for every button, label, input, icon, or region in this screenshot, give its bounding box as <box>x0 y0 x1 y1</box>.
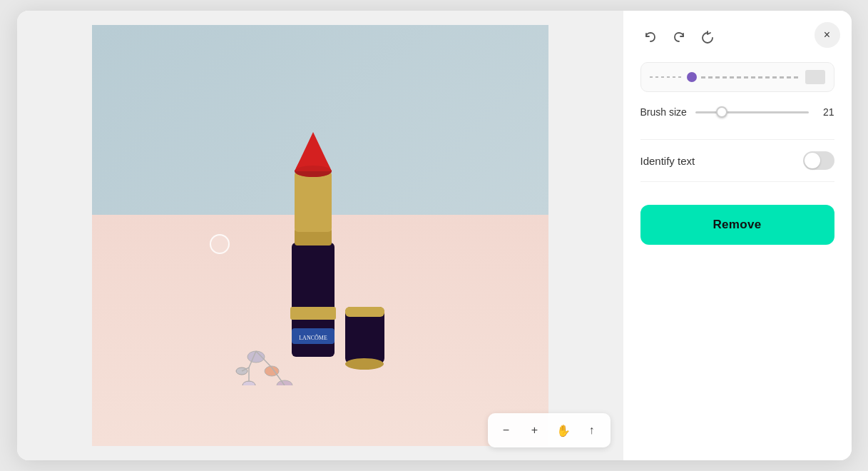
history-row <box>640 28 834 48</box>
undo-button[interactable] <box>640 28 660 48</box>
brush-line-start <box>650 76 683 78</box>
svg-text:LANCÔME: LANCÔME <box>299 334 327 341</box>
controls-panel: × <box>623 11 852 460</box>
identify-text-row: Identify text <box>640 139 834 182</box>
modal-container: LANCÔME <box>17 11 852 460</box>
upload-button[interactable]: ↑ <box>579 417 605 443</box>
image-wrapper: LANCÔME <box>92 25 548 446</box>
brush-active-indicator <box>687 72 697 82</box>
remove-button[interactable]: Remove <box>640 205 834 245</box>
identify-text-label: Identify text <box>640 155 695 167</box>
image-panel: LANCÔME <box>17 11 623 460</box>
brush-cursor <box>210 234 230 254</box>
svg-point-10 <box>345 358 384 370</box>
lipstick-illustration: LANCÔME <box>220 86 420 385</box>
brush-visual-selector <box>640 62 834 92</box>
zoom-in-button[interactable]: + <box>522 417 548 443</box>
close-button[interactable]: × <box>815 22 840 48</box>
brush-line-end <box>701 76 801 78</box>
brush-size-value: 21 <box>817 106 834 118</box>
identify-text-toggle[interactable] <box>803 151 834 170</box>
product-image: LANCÔME <box>92 25 548 446</box>
brush-size-row: Brush size 21 <box>640 105 834 119</box>
brush-size-slider-container <box>695 105 809 119</box>
zoom-out-button[interactable]: − <box>494 417 519 443</box>
brush-size-label: Brush size <box>640 106 687 118</box>
brush-size-slider[interactable] <box>695 111 809 113</box>
svg-point-7 <box>295 166 332 177</box>
erase-icon <box>805 70 825 84</box>
svg-rect-1 <box>290 307 336 320</box>
hand-tool-button[interactable]: ✋ <box>551 417 576 443</box>
svg-rect-9 <box>345 307 384 317</box>
redo-button[interactable] <box>669 28 689 48</box>
reload-button[interactable] <box>698 28 718 48</box>
svg-rect-5 <box>295 171 332 232</box>
image-toolbar: − + ✋ ↑ <box>488 413 611 447</box>
